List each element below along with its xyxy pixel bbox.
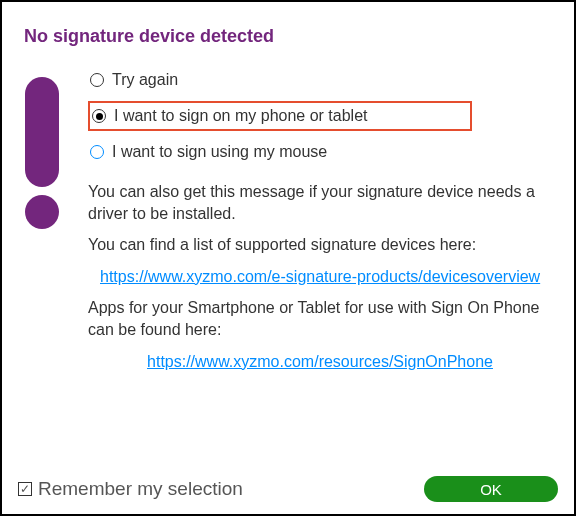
radio-icon <box>90 145 104 159</box>
radio-label: I want to sign using my mouse <box>112 143 327 161</box>
exclamation-icon <box>24 77 60 382</box>
radio-icon <box>92 109 106 123</box>
checkbox-icon: ✓ <box>18 482 32 496</box>
info-driver-text: You can also get this message if your si… <box>88 181 552 224</box>
apps-link[interactable]: https://www.xyzmo.com/resources/SignOnPh… <box>88 351 552 373</box>
ok-button[interactable]: OK <box>424 476 558 502</box>
remember-label: Remember my selection <box>38 478 243 500</box>
radio-icon <box>90 73 104 87</box>
radio-label: I want to sign on my phone or tablet <box>114 107 367 125</box>
info-apps-text: Apps for your Smartphone or Tablet for u… <box>88 297 552 340</box>
remember-checkbox[interactable]: ✓ Remember my selection <box>18 478 243 500</box>
dialog-title: No signature device detected <box>24 26 552 47</box>
radio-option-try-again[interactable]: Try again <box>88 69 552 91</box>
devices-link[interactable]: https://www.xyzmo.com/e-signature-produc… <box>100 266 540 288</box>
radio-label: Try again <box>112 71 178 89</box>
radio-option-phone-tablet[interactable]: I want to sign on my phone or tablet <box>88 101 472 131</box>
radio-option-mouse[interactable]: I want to sign using my mouse <box>88 141 552 163</box>
info-devices-text: You can find a list of supported signatu… <box>88 234 552 256</box>
